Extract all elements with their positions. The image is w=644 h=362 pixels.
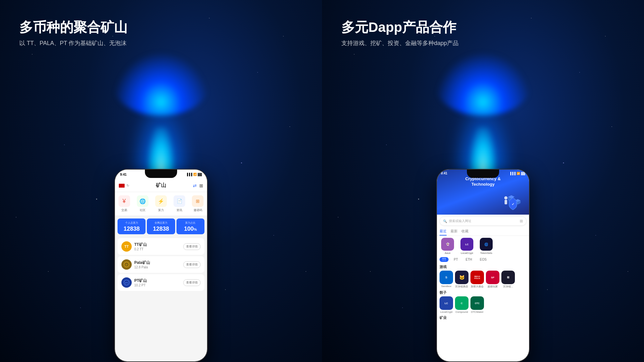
tt-amount: 0.2 TT <box>134 247 147 251</box>
stat-unit: % <box>194 227 197 231</box>
compound-name: Compound <box>455 311 468 313</box>
tt-avatar: TT <box>121 241 132 252</box>
superplayer-name: 超级玩家 <box>488 285 498 288</box>
right-illustration: ✓ <box>500 192 526 215</box>
stat-network-label: 全网总算力 <box>149 221 173 225</box>
mining2-section-label: 矿业 <box>437 315 529 321</box>
transfer-icon[interactable]: ⇄ <box>193 183 197 188</box>
grid-icon[interactable]: ⊞ <box>199 183 203 188</box>
menu-label-power: 算力 <box>158 208 164 212</box>
community-icon: 🌐 <box>139 198 146 204</box>
right-search-bar[interactable]: 🔍 搜索或输入网址 ⊞ <box>440 217 526 226</box>
app-localcrypt[interactable]: LC LocalCrypt <box>459 238 475 255</box>
right-signal-icon: ▐▐▐ <box>509 172 516 175</box>
chain-pt[interactable]: PT <box>451 257 460 262</box>
dapp-superplayer[interactable]: SP 超级玩家 <box>486 271 499 288</box>
menu-label-trade: 交易 <box>121 208 127 212</box>
right-screen: 9:41 ▐▐▐ 📶 ▓▓ Cryptocurrency & Technolog… <box>437 170 529 361</box>
left-notch <box>145 170 177 178</box>
svg-point-10 <box>504 196 507 200</box>
left-header: 多币种的聚合矿山 以 TT、PALA、PT 作为基础矿山、无泡沫 <box>19 19 303 47</box>
pala-detail-btn[interactable]: 查看详情 <box>183 261 201 268</box>
menu-item-invite[interactable]: ⊞ 邀请码 <box>192 195 204 212</box>
menu-item-power[interactable]: ⚡ 算力 <box>155 195 167 212</box>
left-menu: ¥ 交易 🌐 社区 ⚡ 算力 <box>115 192 207 216</box>
trade-icon: ¥ <box>123 198 126 205</box>
menu-label-community: 社区 <box>140 208 146 212</box>
dapp-localcrypt2[interactable]: LC LocalCrypt <box>440 296 453 313</box>
right-tab-bar: 最近 最新 收藏 <box>437 227 529 236</box>
stats-grid: 个人总算力 12838 全网总算力 12838 算力占比 100% <box>115 216 207 237</box>
chain-running-name: 区块链跑垒 <box>455 285 468 288</box>
left-flame-inner <box>148 127 174 175</box>
stat-ratio-label: 算力占比 <box>178 221 203 225</box>
invite-icon: ⊞ <box>196 199 200 204</box>
refresh-icon: ↻ <box>127 184 129 187</box>
left-nav: ↻ 矿山 ⇄ ⊞ <box>115 179 207 192</box>
tab-favorites[interactable]: 收藏 <box>461 227 469 236</box>
menu-label-news: 资讯 <box>176 208 182 212</box>
left-panel: 多币种的聚合矿山 以 TT、PALA、PT 作为基础矿山、无泡沫 9:41 ▐▐… <box>0 0 322 362</box>
left-subtitle: 以 TT、PALA、PT 作为基础矿山、无泡沫 <box>19 39 303 47</box>
tt-info: TT TT矿山 0.2 TT <box>121 241 147 252</box>
right-notch <box>467 170 499 178</box>
stat-network: 全网总算力 12838 <box>147 218 175 234</box>
nav-title: 矿山 <box>156 182 166 189</box>
tokensets-name: TokenSets <box>480 252 492 255</box>
stat-ratio: 算力占比 100% <box>176 218 204 234</box>
app-aave[interactable]: 👻 Aave <box>440 238 456 255</box>
app-tokensets[interactable]: 🌀 TokenSets <box>478 238 494 255</box>
battery-icon: ▓▓ <box>198 173 202 176</box>
stat-personal-value: 12838 <box>119 226 144 232</box>
left-phone-container: 9:41 ▐▐▐ 📶 ▓▓ ↻ 矿山 ⇄ <box>114 169 208 362</box>
mining-item-pala: P Pala矿山 12.8 Pala 查看详情 <box>118 256 204 273</box>
megapolis-name: 加密大都会 <box>471 285 484 288</box>
menu-item-community[interactable]: 🌐 社区 <box>137 195 148 212</box>
menu-item-trade[interactable]: ¥ 交易 <box>118 195 130 212</box>
megapolis-icon: MEGA POLIS <box>470 271 484 284</box>
right-flame-inner <box>470 127 496 175</box>
menu-item-news[interactable]: 📄 资讯 <box>174 195 185 212</box>
tt-detail-btn[interactable]: 查看详情 <box>183 243 201 250</box>
tab-latest[interactable]: 最新 <box>450 227 458 236</box>
dapp-compound[interactable]: C Compound <box>455 296 469 313</box>
pt-detail-btn[interactable]: 查看详情 <box>183 279 201 286</box>
expand-icon[interactable]: ⊞ <box>520 219 523 223</box>
superplayer-icon: SP <box>486 271 499 284</box>
search-placeholder: 搜索或输入网址 <box>449 219 518 223</box>
chain-eos[interactable]: EOS <box>477 257 489 262</box>
right-header: 多元Dapp产品合作 支持游戏、挖矿、投资、金融等多种dapp产品 <box>341 19 625 47</box>
chain-eth[interactable]: ETH <box>463 257 475 262</box>
right-phone-container: 9:41 ▐▐▐ 📶 ▓▓ Cryptocurrency & Technolog… <box>436 169 530 362</box>
otcmaker-icon: OTC <box>470 296 484 310</box>
mining-item-tt: TT TT矿山 0.2 TT 查看详情 <box>118 238 204 255</box>
localcrypt2-icon: LC <box>440 296 453 310</box>
dice-section-label: 骰子 <box>437 290 529 296</box>
news-icon: 📄 <box>177 199 182 204</box>
svg-text:P: P <box>126 264 127 266</box>
dapp-sandbox[interactable]: S Sandbox <box>440 271 453 288</box>
wifi-icon: 📶 <box>193 173 197 176</box>
pala-name: Pala矿山 <box>134 260 150 265</box>
pt-text: PT矿山 10.2 PT <box>134 278 147 287</box>
chain-tt[interactable]: TT <box>440 257 449 262</box>
dapp-megapolis[interactable]: MEGA POLIS 加密大都会 <box>470 271 484 288</box>
pala-info: P Pala矿山 12.8 Pala <box>121 259 150 270</box>
dapp-otcmaker[interactable]: OTC OTCMaker <box>470 296 484 313</box>
stat-personal: 个人总算力 12838 <box>118 218 146 234</box>
stat-network-value: 12838 <box>149 226 173 232</box>
dapp-chain-running[interactable]: 🐱 区块链跑垒 <box>455 271 469 288</box>
right-title-line2: Technology <box>441 182 525 187</box>
pt-name: PT矿山 <box>134 278 147 283</box>
right-app-title: Cryptocurrency & Technology <box>441 176 525 187</box>
dapp-blockchain5[interactable]: ⛓ 区块链... <box>501 271 515 288</box>
localcrypt2-name: LocalCrypt <box>440 311 452 313</box>
svg-text:✓: ✓ <box>512 202 514 206</box>
tab-recent[interactable]: 最近 <box>440 227 447 236</box>
pala-avatar: P <box>121 259 132 270</box>
chain-tabs: TT PT ETH EOS <box>437 257 529 262</box>
game-dapp-row: S Sandbox 🐱 区块链跑垒 MEGA POLIS <box>437 271 529 288</box>
right-wifi-icon: 📶 <box>516 172 520 175</box>
svg-text:PT: PT <box>125 282 128 284</box>
blockchain5-name: 区块链... <box>503 285 513 288</box>
